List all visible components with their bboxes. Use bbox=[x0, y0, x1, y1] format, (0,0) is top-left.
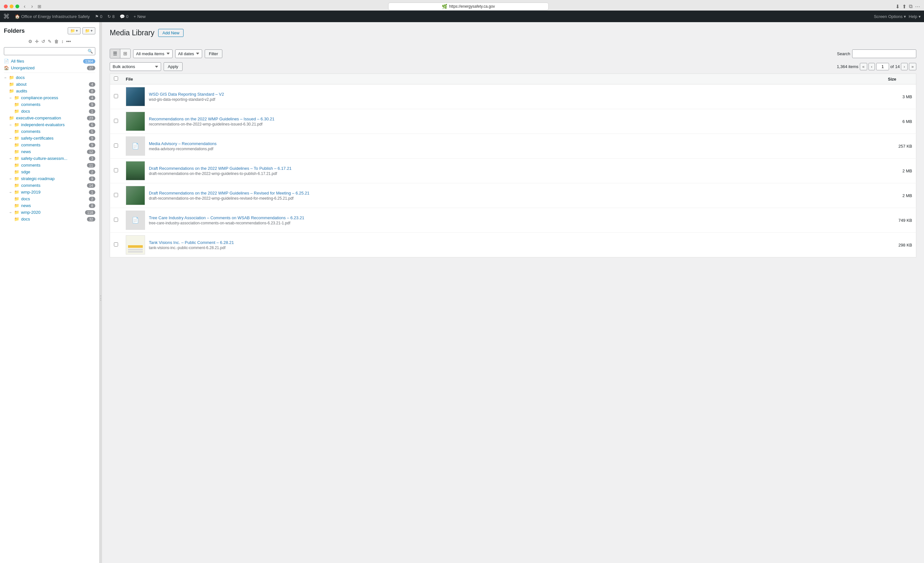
folder-item-wmp-2019[interactable]: – 📁 wmp-2019 1 bbox=[0, 189, 99, 195]
folder-item-docs-root[interactable]: – 📁 docs bbox=[0, 74, 99, 81]
bulk-actions-select[interactable]: Bulk actions bbox=[110, 62, 161, 71]
folder-item-safety-cert-comments[interactable]: 📁 comments 9 bbox=[0, 141, 99, 148]
add-subfolder-button[interactable]: 📁 + bbox=[82, 27, 95, 35]
page-number-input[interactable]: 1 bbox=[876, 63, 889, 70]
maximize-button[interactable] bbox=[15, 5, 19, 8]
help-button[interactable]: Help ▾ bbox=[909, 14, 921, 19]
collapse-safety-cert-button[interactable]: – bbox=[9, 137, 12, 140]
back-button[interactable]: ‹ bbox=[22, 3, 27, 10]
collapse-compliance-button[interactable]: – bbox=[9, 96, 12, 99]
wp-logo-item[interactable]: ⌘ bbox=[3, 12, 10, 20]
file-title[interactable]: Draft Recommendations on the 2022 WMP Gu… bbox=[149, 191, 310, 195]
collapse-wmp-2019-button[interactable]: – bbox=[9, 190, 12, 194]
folder-item-safety-culture[interactable]: – 📁 safety-culture-assessm... 3 bbox=[0, 155, 99, 162]
comments-item[interactable]: 💬 0 bbox=[120, 14, 128, 19]
unorganized-item[interactable]: 🏠 Unorganized 27 bbox=[0, 65, 99, 71]
folder-search-input[interactable] bbox=[4, 47, 95, 55]
date-filter[interactable]: All dates bbox=[175, 50, 202, 58]
file-title[interactable]: WSD GIS Data Reporting Standard – V2 bbox=[149, 92, 224, 97]
folder-item-compliance-comments[interactable]: 📁 comments 9 bbox=[0, 101, 99, 108]
wmp-2020-docs-icon: 📁 bbox=[14, 217, 19, 221]
last-page-button[interactable]: » bbox=[909, 63, 916, 70]
folder-item-ind-eval-comments[interactable]: 📁 comments 5 bbox=[0, 128, 99, 135]
row-checkbox[interactable] bbox=[114, 218, 118, 222]
next-page-button[interactable]: › bbox=[901, 63, 908, 70]
delete-tool-button[interactable]: 🗑 bbox=[54, 39, 59, 44]
url-bar[interactable]: 🌿 https://energysafety.ca.gov bbox=[388, 3, 549, 10]
collapse-docs-button[interactable]: – bbox=[4, 76, 7, 79]
collapse-ind-eval-button[interactable]: – bbox=[9, 123, 12, 126]
apply-button[interactable]: Apply bbox=[164, 62, 183, 71]
folder-item-compliance-docs[interactable]: 📁 docs 1 bbox=[0, 108, 99, 115]
new-content-item[interactable]: + New bbox=[134, 14, 146, 19]
more-tool-button[interactable]: ••• bbox=[66, 39, 71, 44]
media-type-filter[interactable]: All media items bbox=[133, 50, 172, 58]
folder-item-sdge[interactable]: 📁 sdge 2 bbox=[0, 168, 99, 175]
folder-item-compliance[interactable]: – 📁 compliance-process 4 bbox=[0, 95, 99, 101]
share-button[interactable]: ⬆ bbox=[902, 3, 906, 10]
edit-tool-button[interactable]: ✎ bbox=[48, 39, 52, 44]
table-row[interactable]: 📄 Media Advisory – Recommendations media… bbox=[110, 134, 916, 159]
folder-item-exec-comp[interactable]: 📁 executive-compensation 23 bbox=[0, 115, 99, 121]
grid-view-button[interactable]: ⊞ bbox=[120, 49, 130, 58]
table-row[interactable]: Tank Visions Inc. – Public Comment – 6.2… bbox=[110, 233, 916, 257]
all-files-item[interactable]: 📄 All files 1364 bbox=[0, 58, 99, 65]
folder-item-safety-cert-news[interactable]: 📁 news 12 bbox=[0, 148, 99, 155]
extensions-button[interactable]: ⋯ bbox=[915, 3, 920, 10]
forward-button[interactable]: › bbox=[30, 3, 34, 10]
file-title[interactable]: Media Advisory – Recommendations bbox=[149, 141, 217, 146]
folder-item-ind-eval[interactable]: – 📁 independent-evaluators 6 bbox=[0, 121, 99, 128]
table-row[interactable]: 📄 Tree Care Industry Association – Comme… bbox=[110, 208, 916, 233]
file-title[interactable]: Draft Recommendations on the 2022 WMP Gu… bbox=[149, 166, 292, 171]
close-button[interactable] bbox=[4, 5, 8, 8]
download-button[interactable]: ⬇ bbox=[896, 3, 900, 10]
home-icon-item[interactable]: 🏠 Office of Energy Infrastructure Safety bbox=[15, 14, 90, 19]
folder-item-safety-cert[interactable]: – 📁 safety-certificates 9 bbox=[0, 135, 99, 141]
move-tool-button[interactable]: ✛ bbox=[35, 39, 39, 44]
row-checkbox[interactable] bbox=[114, 144, 118, 148]
updates-item[interactable]: ↻ 8 bbox=[108, 14, 114, 19]
folder-item-safety-culture-comments[interactable]: 📁 comments 11 bbox=[0, 162, 99, 168]
add-folder-button[interactable]: 📁 + bbox=[68, 27, 81, 35]
resize-handle[interactable] bbox=[99, 22, 102, 563]
table-row[interactable]: Draft Recommendations on the 2022 WMP Gu… bbox=[110, 183, 916, 208]
search-input[interactable] bbox=[852, 50, 916, 58]
file-title[interactable]: Tree Care Industry Association – Comment… bbox=[149, 215, 304, 220]
reader-view-button[interactable]: ⊞ bbox=[38, 4, 41, 9]
folder-item-strategic-roadmap-comments[interactable]: 📁 comments 14 bbox=[0, 182, 99, 189]
table-row[interactable]: WSD GIS Data Reporting Standard – V2 wsd… bbox=[110, 84, 916, 109]
filter-button[interactable]: Filter bbox=[205, 50, 222, 58]
list-view-button[interactable]: ☰ bbox=[110, 49, 120, 58]
minimize-button[interactable] bbox=[10, 5, 14, 8]
row-checkbox[interactable] bbox=[114, 94, 118, 98]
settings-tool-button[interactable]: ⚙ bbox=[28, 39, 32, 44]
select-all-checkbox[interactable] bbox=[114, 77, 118, 81]
refresh-tool-button[interactable]: ↺ bbox=[41, 39, 45, 44]
split-view-button[interactable]: ⧉ bbox=[909, 3, 912, 10]
collapse-safety-culture-button[interactable]: – bbox=[9, 157, 12, 160]
file-title[interactable]: Tank Visions Inc. – Public Comment – 6.2… bbox=[149, 240, 234, 245]
screen-options-button[interactable]: Screen Options ▾ bbox=[874, 14, 906, 19]
folder-item-wmp-2019-docs[interactable]: 📁 docs 2 bbox=[0, 195, 99, 202]
folder-item-wmp-2020[interactable]: – 📁 wmp-2020 118 bbox=[0, 209, 99, 216]
collapse-wmp-2020-button[interactable]: – bbox=[9, 210, 12, 214]
folder-item-audits[interactable]: 📁 audits 8 bbox=[0, 88, 99, 95]
row-checkbox[interactable] bbox=[114, 119, 118, 123]
row-checkbox[interactable] bbox=[114, 242, 118, 246]
notifications-item[interactable]: ⚑ 0 bbox=[95, 14, 102, 19]
prev-page-button[interactable]: ‹ bbox=[868, 63, 875, 70]
collapse-strategic-roadmap-button[interactable]: – bbox=[9, 177, 12, 180]
file-title[interactable]: Recommendations on the 2022 WMP Guidelin… bbox=[149, 117, 274, 121]
table-row[interactable]: Recommendations on the 2022 WMP Guidelin… bbox=[110, 109, 916, 134]
folder-item-wmp-2020-docs[interactable]: 📁 docs 32 bbox=[0, 216, 99, 222]
folder-item-strategic-roadmap[interactable]: – 📁 strategic-roadmap 9 bbox=[0, 175, 99, 182]
row-checkbox[interactable] bbox=[114, 168, 118, 173]
add-new-button[interactable]: Add New bbox=[158, 29, 183, 37]
folder-search-button[interactable]: 🔍 bbox=[88, 49, 93, 54]
sort-tool-button[interactable]: ↕ bbox=[61, 39, 63, 44]
table-row[interactable]: Draft Recommendations on the 2022 WMP Gu… bbox=[110, 159, 916, 183]
first-page-button[interactable]: « bbox=[860, 63, 867, 70]
row-checkbox[interactable] bbox=[114, 193, 118, 197]
folder-item-about[interactable]: 📁 about 4 bbox=[0, 81, 99, 88]
folder-item-wmp-2019-news[interactable]: 📁 news 8 bbox=[0, 202, 99, 209]
